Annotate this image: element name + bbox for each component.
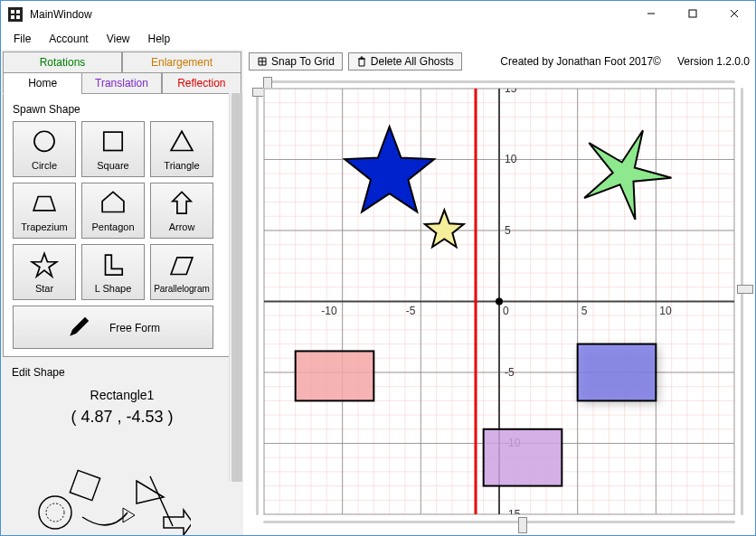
svg-rect-118 xyxy=(296,351,374,400)
svg-point-103 xyxy=(496,297,503,305)
pencil-icon xyxy=(66,315,91,340)
trash-icon xyxy=(356,56,367,67)
shape-star-button[interactable]: Star xyxy=(13,244,76,300)
shape-circle-button[interactable]: Circle xyxy=(13,121,76,177)
selected-shape-name: Rectangle1 xyxy=(10,388,234,402)
maximize-button[interactable] xyxy=(672,1,713,26)
svg-rect-0 xyxy=(11,10,14,14)
svg-text:0: 0 xyxy=(503,305,509,317)
svg-text:10: 10 xyxy=(505,153,517,165)
selected-shape-coords: ( 4.87 , -4.53 ) xyxy=(10,408,234,427)
shape-circle-label: Circle xyxy=(32,160,57,171)
svg-text:-10: -10 xyxy=(321,305,337,317)
shape-lshape-button[interactable]: L Shape xyxy=(81,244,145,300)
svg-text:-15: -15 xyxy=(505,508,521,514)
menu-view[interactable]: View xyxy=(98,29,139,49)
svg-rect-2 xyxy=(11,15,14,19)
bottom-slider[interactable] xyxy=(263,515,735,528)
svg-line-23 xyxy=(150,476,173,526)
svg-marker-13 xyxy=(173,192,191,213)
tab-reflection[interactable]: Reflection xyxy=(162,72,241,94)
grid-icon xyxy=(257,56,268,67)
menu-account[interactable]: Account xyxy=(40,29,97,49)
svg-text:10: 10 xyxy=(659,305,672,317)
sidebar-scrollbar[interactable] xyxy=(229,93,243,482)
svg-rect-20 xyxy=(70,470,99,500)
spawn-shape-label: Spawn Shape xyxy=(13,103,233,116)
svg-rect-119 xyxy=(484,429,562,486)
svg-rect-1 xyxy=(16,10,20,14)
svg-point-19 xyxy=(46,503,64,522)
close-button[interactable] xyxy=(713,1,755,26)
svg-marker-15 xyxy=(106,255,123,275)
svg-marker-10 xyxy=(171,131,193,150)
svg-marker-11 xyxy=(33,197,55,211)
svg-marker-17 xyxy=(70,317,89,336)
shape-arrow-button[interactable]: Arrow xyxy=(150,183,213,239)
svg-point-8 xyxy=(34,131,54,151)
svg-marker-14 xyxy=(32,253,56,277)
right-slider[interactable] xyxy=(735,88,748,515)
svg-text:-5: -5 xyxy=(406,305,416,317)
shape-parallelogram-button[interactable]: Parallelogram xyxy=(150,244,213,300)
credits-text: Created by Jonathan Foot 2017© xyxy=(500,55,661,68)
snap-label: Snap To Grid xyxy=(271,55,335,68)
svg-marker-22 xyxy=(137,481,164,503)
tab-enlargement[interactable]: Enlargement xyxy=(122,52,241,73)
shape-parallelogram-label: Parallelogram xyxy=(154,284,210,294)
svg-rect-121 xyxy=(578,344,657,401)
shape-square-label: Square xyxy=(97,160,128,171)
decorative-shapes-icon xyxy=(28,463,191,536)
edit-shape-label: Edit Shape xyxy=(12,366,234,379)
svg-marker-16 xyxy=(171,257,193,274)
svg-marker-12 xyxy=(102,192,124,212)
shape-arrow-label: Arrow xyxy=(169,221,195,232)
svg-rect-3 xyxy=(16,15,20,19)
tab-translation[interactable]: Translation xyxy=(81,72,161,94)
snap-to-grid-button[interactable]: Snap To Grid xyxy=(249,52,343,71)
shape-freeform-label: Free Form xyxy=(109,322,160,334)
shape-trapezium-button[interactable]: Trapezium xyxy=(13,183,76,239)
tab-home[interactable]: Home xyxy=(3,72,81,94)
svg-point-18 xyxy=(39,496,71,529)
shape-star-label: Star xyxy=(35,283,53,294)
svg-text:-5: -5 xyxy=(505,366,515,379)
shape-triangle-button[interactable]: Triangle xyxy=(150,121,213,177)
svg-marker-124 xyxy=(584,130,671,220)
shape-freeform-button[interactable]: Free Form xyxy=(13,306,213,349)
shape-square-button[interactable]: Square xyxy=(81,121,145,177)
menu-file[interactable]: File xyxy=(5,29,40,49)
delete-label: Delete All Ghosts xyxy=(371,55,454,68)
version-text: Version 1.2.0.0 xyxy=(677,55,750,68)
delete-ghosts-button[interactable]: Delete All Ghosts xyxy=(348,52,462,71)
shape-triangle-label: Triangle xyxy=(164,160,199,171)
window-title: MainWindow xyxy=(30,8,630,21)
left-slider[interactable] xyxy=(250,88,263,515)
svg-rect-5 xyxy=(689,10,696,17)
app-icon xyxy=(8,7,23,22)
menu-help[interactable]: Help xyxy=(139,29,180,49)
shape-pentagon-button[interactable]: Pentagon xyxy=(81,183,145,239)
shape-pentagon-label: Pentagon xyxy=(91,221,134,232)
top-slider[interactable] xyxy=(263,75,735,88)
svg-text:5: 5 xyxy=(505,224,511,237)
tab-rotations[interactable]: Rotations xyxy=(3,52,122,73)
shape-trapezium-label: Trapezium xyxy=(21,221,68,232)
svg-marker-123 xyxy=(425,210,464,247)
coordinate-canvas[interactable]: -15-10-5051015-15-10-551015 xyxy=(263,88,735,515)
shape-lshape-label: L Shape xyxy=(95,283,132,294)
minimize-button[interactable] xyxy=(630,1,672,26)
svg-rect-9 xyxy=(104,132,122,150)
svg-text:15: 15 xyxy=(505,89,517,95)
svg-text:5: 5 xyxy=(581,305,588,317)
